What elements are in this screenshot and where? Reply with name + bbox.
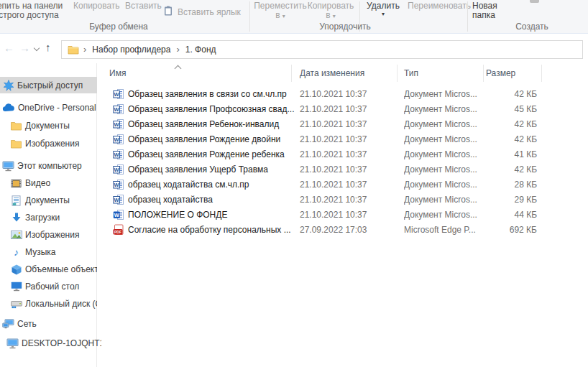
file-name: Согласие на обработку персональных ...: [128, 223, 291, 238]
sidebar-item-label: Музыка: [25, 247, 55, 257]
copy-to-button[interactable]: Копировать в ▾: [305, 1, 357, 20]
new-group-label: Создать: [474, 22, 588, 32]
sidebar-item-music[interactable]: ♪ Музыка: [0, 244, 97, 260]
sidebar-item-videos[interactable]: Видео: [0, 175, 97, 191]
sidebar-item-this-pc[interactable]: Этот компьютер: [0, 158, 97, 174]
column-divider[interactable]: [483, 65, 484, 82]
sidebar-item-network-pc[interactable]: DESKTOP-1OJQHT1: [0, 335, 101, 351]
delete-button[interactable]: Удалить ▾: [362, 1, 404, 18]
file-date-modified: 21.10.2021 10:37: [300, 162, 367, 177]
file-name: ПОЛОЖЕНИЕ О ФОНДЕ: [128, 208, 227, 223]
word-doc-icon: W: [113, 88, 124, 100]
breadcrumb-segment[interactable]: Набор профлидера: [91, 45, 172, 55]
file-row[interactable]: W Образец заявления Профсоюзная свад... …: [98, 102, 587, 117]
word-doc-icon: W: [113, 179, 124, 190]
sidebar-item-label: Локальный диск (C:): [25, 299, 97, 309]
pin-label-line2: ыстрого доступа: [0, 11, 63, 20]
column-header-date-modified[interactable]: Дата изменения: [300, 68, 364, 78]
file-date-modified: 21.10.2021 10:37: [300, 132, 367, 147]
column-header-name[interactable]: Имя: [109, 68, 126, 78]
paste-shortcut-button[interactable]: Вставить ярлык: [162, 5, 241, 19]
file-row[interactable]: W ПОЛОЖЕНИЕ О ФОНДЕ 21.10.2021 10:37 Док…: [98, 208, 587, 223]
column-divider[interactable]: [541, 65, 542, 82]
pin-to-quick-access-button[interactable]: крепить на панели ыстрого доступа: [0, 1, 63, 20]
file-row[interactable]: W Образец заявления в связи со см.чл.пр …: [98, 87, 587, 102]
this-pc-icon: [2, 161, 14, 172]
sidebar-item-documents[interactable]: Документы: [0, 192, 97, 208]
sidebar-item-pictures[interactable]: Изображения: [0, 227, 97, 243]
sidebar-item-label: Объемные объекты: [25, 264, 97, 274]
sidebar-item-label: Документы: [25, 195, 70, 205]
sidebar-item-label: Загрузки: [25, 213, 60, 223]
pdf-icon: PDF: [113, 224, 124, 236]
svg-text:W: W: [114, 167, 120, 173]
network-pc-icon: [6, 338, 19, 349]
file-name: образец ходатайства: [128, 192, 213, 208]
sidebar-item-onedrive-documents[interactable]: Документы: [0, 118, 97, 134]
move-to-sub: в: [275, 10, 280, 20]
file-row[interactable]: PDF Согласие на обработку персональных .…: [98, 223, 587, 238]
navigation-pane: Быстрый доступ OneDrive - Personal Докум…: [0, 63, 97, 367]
move-to-button[interactable]: Переместить в ▾: [253, 1, 308, 20]
column-divider[interactable]: [397, 65, 398, 82]
folder-icon: [10, 139, 22, 149]
svg-text:W: W: [114, 91, 120, 98]
organize-group-label: Упорядочить: [259, 22, 431, 32]
file-row[interactable]: W Образец заявления Ребенок-инвалид 21.1…: [98, 117, 587, 132]
svg-text:W: W: [114, 136, 120, 143]
file-name: Образец заявления в связи со см.чл.пр: [128, 87, 287, 102]
word-doc-icon: W: [113, 134, 124, 145]
sidebar-item-local-disk-c[interactable]: Локальный диск (C:): [0, 296, 97, 312]
up-button[interactable]: ↑: [45, 42, 51, 52]
sidebar-item-label: Документы: [25, 121, 70, 131]
file-row[interactable]: W Образец заявления Ущерб Травма 21.10.2…: [98, 162, 587, 177]
sidebar-item-label: Рабочий стол: [25, 282, 79, 292]
forward-button[interactable]: →: [19, 42, 30, 53]
svg-text:W: W: [114, 106, 120, 113]
sidebar-item-label: Сеть: [17, 319, 37, 329]
sidebar-item-label: Этот компьютер: [17, 161, 82, 171]
file-date-modified: 27.09.2022 17:03: [300, 223, 367, 238]
column-divider[interactable]: [291, 65, 292, 82]
paste-button[interactable]: Вставить: [125, 1, 162, 11]
word-doc-icon: W: [113, 164, 124, 175]
sidebar-item-label: Изображения: [25, 139, 79, 149]
breadcrumb-segment[interactable]: 1. Фонд: [184, 45, 218, 55]
file-row[interactable]: W образец ходатайства 21.10.2021 10:37 Д…: [98, 192, 587, 208]
file-date-modified: 21.10.2021 10:37: [300, 177, 367, 192]
file-date-modified: 21.10.2021 10:37: [300, 192, 367, 208]
onedrive-cloud-icon: [2, 103, 15, 112]
sidebar-item-3d-objects[interactable]: Объемные объекты: [0, 261, 97, 277]
file-row[interactable]: W Образец заявления Рождение ребенка 21.…: [98, 147, 587, 162]
file-size: 29 КБ: [446, 192, 537, 208]
file-row[interactable]: W образец ходатайства см.чл.пр 21.10.202…: [98, 177, 587, 192]
column-header-type[interactable]: Тип: [404, 68, 418, 78]
file-date-modified: 21.10.2021 10:37: [300, 87, 367, 102]
ribbon-separator: [467, 1, 468, 32]
folder-icon: [10, 121, 22, 131]
sidebar-item-onedrive[interactable]: OneDrive - Personal: [0, 100, 97, 116]
sidebar-item-downloads[interactable]: Загрузки: [0, 210, 97, 226]
sidebar-item-desktop[interactable]: Рабочий стол: [0, 279, 97, 294]
column-header-size[interactable]: Размер: [486, 68, 515, 78]
new-folder-button[interactable]: Новая папка: [472, 1, 497, 20]
address-bar[interactable]: › Набор профлидера › 1. Фонд: [61, 40, 583, 59]
sidebar-item-network[interactable]: Сеть: [0, 316, 97, 332]
sidebar-item-quick-access[interactable]: Быстрый доступ: [0, 77, 97, 93]
word-doc-icon: W: [113, 194, 124, 205]
file-name: образец ходатайства см.чл.пр: [128, 177, 249, 192]
copy-to-sub: в: [326, 10, 330, 20]
documents-icon: [10, 195, 22, 206]
sidebar-item-onedrive-pictures[interactable]: Изображения: [0, 136, 97, 152]
clipboard-group-label: Буфер обмена: [68, 22, 169, 32]
file-name: Образец заявления Ребенок-инвалид: [128, 117, 279, 132]
back-button[interactable]: ←: [4, 42, 14, 53]
file-size: 42 КБ: [446, 87, 537, 102]
recent-locations-chevron-icon[interactable]: [34, 45, 40, 51]
file-row[interactable]: W Образец заявления Рождение двойни 21.1…: [98, 132, 587, 147]
rename-button[interactable]: Переименовать: [408, 1, 471, 11]
file-size: 44 КБ: [446, 208, 537, 223]
pictures-icon: [10, 231, 22, 239]
svg-text:W: W: [114, 152, 120, 158]
copy-button[interactable]: Копировать: [73, 1, 120, 11]
